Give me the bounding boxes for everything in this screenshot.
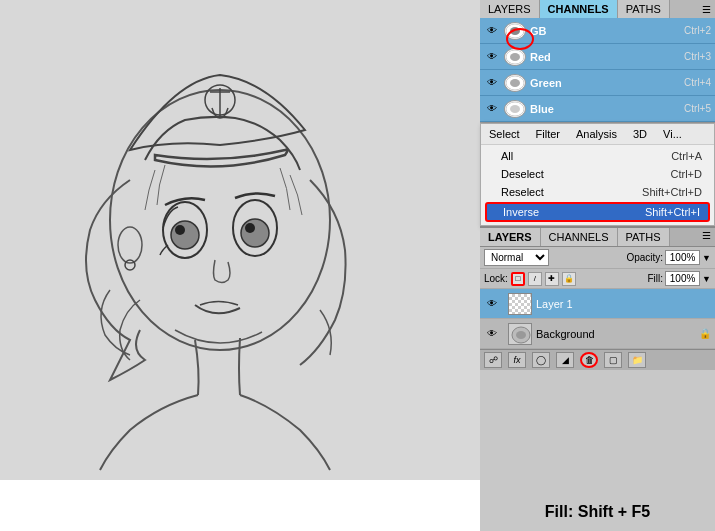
menu-all-label: All [501,150,671,162]
menu-reselect-shortcut: Shift+Ctrl+D [642,186,702,198]
eye-icon-red[interactable]: 👁 [484,49,500,65]
layers-panel-menu-icon[interactable]: ☰ [698,228,715,246]
menu-inverse-label: Inverse [503,206,645,218]
menu-row-reselect[interactable]: Reselect Shift+Ctrl+D [481,183,714,201]
right-panel: LAYERS CHANNELS PATHS ☰ 👁 GB Ctrl+2 👁 [480,0,715,531]
opacity-label: Opacity: [626,252,663,263]
lock-row: Lock: □ / ✚ 🔒 Fill: ▼ [480,269,715,289]
panel-menu-icon[interactable]: ☰ [698,2,715,17]
layer-thumb-background [508,323,532,345]
layers-tab-paths[interactable]: PATHS [618,228,670,246]
opacity-stepper[interactable]: ▼ [702,253,711,263]
toolbar-link-btn[interactable]: ☍ [484,352,502,368]
svg-point-18 [510,79,520,87]
lock-transparent-btn[interactable]: □ [511,272,525,286]
lock-position-btn[interactable]: ✚ [545,272,559,286]
layer-name-layer1: Layer 1 [536,298,711,310]
layers-tab-layers[interactable]: LAYERS [480,228,541,246]
channels-tabs-row: LAYERS CHANNELS PATHS ☰ [480,0,715,18]
layer-row-layer1[interactable]: 👁 Layer 1 [480,289,715,319]
eye-icon-blue[interactable]: 👁 [484,101,500,117]
lock-all-btn[interactable]: 🔒 [562,272,576,286]
layer-row-background[interactable]: 👁 Background 🔒 [480,319,715,349]
tab-paths[interactable]: PATHS [618,0,670,18]
menu-filter[interactable]: Filter [528,126,568,142]
channel-thumb-gb [504,22,526,40]
channel-thumb-red [504,48,526,66]
opacity-input[interactable] [665,250,700,265]
channel-row-gb[interactable]: 👁 GB Ctrl+2 [480,18,715,44]
toolbar-trash-btn[interactable]: 🗑 [580,352,598,368]
channel-label-red: Red [530,51,684,63]
channel-row-blue[interactable]: 👁 Blue Ctrl+5 [480,96,715,122]
layers-controls: Normal Multiply Screen Opacity: ▼ [480,247,715,269]
toolbar-mask-btn[interactable]: ◯ [532,352,550,368]
menu-3d[interactable]: 3D [625,126,655,142]
eye-icon-background[interactable]: 👁 [484,326,500,342]
eye-icon-gb[interactable]: 👁 [484,23,500,39]
select-menu: Select Filter Analysis 3D Vi... All Ctrl… [480,123,715,226]
svg-point-8 [241,219,269,247]
channel-label-green: Green [530,77,684,89]
fill-input[interactable] [665,271,700,286]
tab-channels[interactable]: CHANNELS [540,0,618,18]
bottom-fill-text: Fill: Shift + F5 [480,503,715,521]
toolbar-new-btn[interactable]: ▢ [604,352,622,368]
menu-select[interactable]: Select [481,126,528,142]
menu-view[interactable]: Vi... [655,126,690,142]
eye-icon-green[interactable]: 👁 [484,75,500,91]
toolbar-folder-btn[interactable]: 📁 [628,352,646,368]
svg-point-9 [175,225,185,235]
sketch-area [0,0,480,480]
channel-shortcut-red: Ctrl+3 [684,51,711,62]
svg-point-7 [171,221,199,249]
fill-row: Fill: ▼ [648,271,711,286]
eye-icon-layer1[interactable]: 👁 [484,296,500,312]
toolbar-fx-btn[interactable]: fx [508,352,526,368]
layers-panel-tabs: LAYERS CHANNELS PATHS ☰ [480,228,715,247]
opacity-row: Opacity: ▼ [626,250,711,265]
menu-inverse-shortcut: Shift+Ctrl+I [645,206,700,218]
lock-label: Lock: [484,273,508,284]
svg-point-14 [510,27,520,35]
menu-bar: Select Filter Analysis 3D Vi... [481,124,714,145]
svg-point-22 [516,331,526,339]
channel-thumb-green [504,74,526,92]
channel-thumb-blue [504,100,526,118]
channel-row-green[interactable]: 👁 Green Ctrl+4 [480,70,715,96]
lock-image-btn[interactable]: / [528,272,542,286]
menu-analysis[interactable]: Analysis [568,126,625,142]
layer-thumb-layer1 [508,293,532,315]
layer-name-background: Background [536,328,699,340]
svg-point-16 [510,53,520,61]
channel-row-red[interactable]: 👁 Red Ctrl+3 [480,44,715,70]
channel-shortcut-blue: Ctrl+5 [684,103,711,114]
menu-all-shortcut: Ctrl+A [671,150,702,162]
fill-label: Fill: [648,273,664,284]
menu-row-all[interactable]: All Ctrl+A [481,147,714,165]
menu-reselect-label: Reselect [501,186,642,198]
fill-stepper[interactable]: ▼ [702,274,711,284]
svg-rect-0 [0,0,480,480]
channel-label-gb: GB [530,25,684,37]
channels-panel-top: LAYERS CHANNELS PATHS ☰ 👁 GB Ctrl+2 👁 [480,0,715,123]
tab-layers[interactable]: LAYERS [480,0,540,18]
layers-tab-channels[interactable]: CHANNELS [541,228,618,246]
channel-label-blue: Blue [530,103,684,115]
svg-point-20 [510,105,520,113]
toolbar-brush-btn[interactable]: ◢ [556,352,574,368]
blend-mode-select[interactable]: Normal Multiply Screen [484,249,549,266]
channel-shortcut-gb: Ctrl+2 [684,25,711,36]
menu-row-deselect[interactable]: Deselect Ctrl+D [481,165,714,183]
menu-deselect-label: Deselect [501,168,671,180]
channel-shortcut-green: Ctrl+4 [684,77,711,88]
layers-panel: LAYERS CHANNELS PATHS ☰ Normal Multiply … [480,226,715,370]
svg-point-10 [245,223,255,233]
menu-deselect-shortcut: Ctrl+D [671,168,702,180]
layers-toolbar: ☍ fx ◯ ◢ 🗑 ▢ 📁 [480,349,715,370]
menu-row-inverse[interactable]: Inverse Shift+Ctrl+I [485,202,710,222]
lock-indicator-background: 🔒 [699,328,711,339]
